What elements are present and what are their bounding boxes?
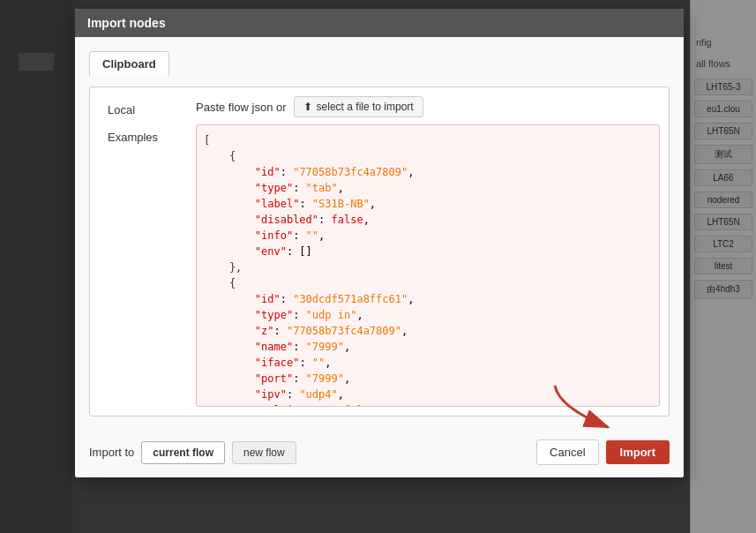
import-to-section: Import to current flow new flow — [89, 441, 296, 464]
nav-item-examples[interactable]: Examples — [99, 124, 187, 151]
json-display[interactable]: [ { "id": "77058b73fc4a7809", "type": "t… — [196, 124, 660, 407]
action-buttons: Cancel Import — [536, 439, 670, 465]
modal-body: Clipboard Local Examples Paste flow json… — [75, 37, 684, 431]
modal-header: Import nodes — [75, 9, 684, 37]
paste-row: Paste flow json or ⬆ select a file to im… — [196, 96, 660, 117]
upload-icon: ⬆ — [303, 101, 312, 113]
json-container: Paste flow json or ⬆ select a file to im… — [196, 96, 660, 407]
import-button[interactable]: Import — [606, 440, 670, 464]
import-to-label: Import to — [89, 446, 134, 459]
select-file-button[interactable]: ⬆ select a file to import — [294, 96, 423, 117]
current-flow-button[interactable]: current flow — [141, 441, 225, 464]
cancel-button[interactable]: Cancel — [536, 439, 598, 465]
paste-label: Paste flow json or — [196, 101, 287, 114]
tab-clipboard[interactable]: Clipboard — [89, 51, 169, 76]
tabs-row: Clipboard — [89, 51, 670, 76]
select-file-label: select a file to import — [317, 101, 414, 113]
nav-item-local[interactable]: Local — [99, 96, 187, 124]
footer-row: Import to current flow new flow Cancel I… — [75, 431, 684, 477]
content-area: Local Examples Paste flow json or ⬆ sele… — [89, 86, 670, 417]
modal-title: Import nodes — [87, 16, 166, 30]
new-flow-button[interactable]: new flow — [232, 441, 296, 464]
import-nodes-modal: Import nodes Clipboard Local Examples Pa… — [75, 9, 684, 477]
left-nav: Local Examples — [99, 96, 187, 407]
